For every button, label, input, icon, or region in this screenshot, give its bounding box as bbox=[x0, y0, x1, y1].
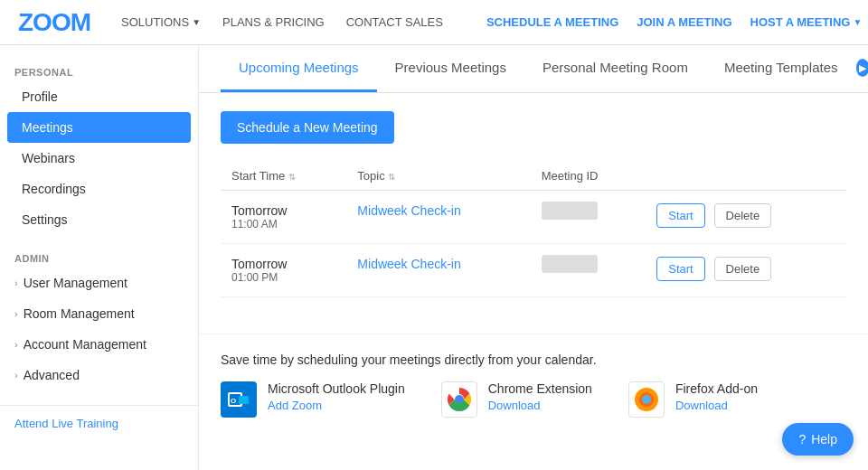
admin-section-label: ADMIN bbox=[0, 246, 198, 268]
content-area: Schedule a New Meeting Start Time ⇅ Topi… bbox=[199, 93, 868, 315]
top-nav: zoom SOLUTIONS ▼ PLANS & PRICING CONTACT… bbox=[0, 0, 868, 45]
col-start-time: Start Time ⇅ bbox=[221, 162, 346, 191]
contact-nav[interactable]: CONTACT SALES bbox=[346, 15, 443, 29]
sidebar-item-settings[interactable]: Settings bbox=[0, 204, 198, 235]
sidebar-item-user-management[interactable]: › User Management bbox=[0, 268, 198, 298]
meeting-tabs: Upcoming Meetings Previous Meetings Pers… bbox=[199, 45, 868, 93]
tab-personal-room[interactable]: Personal Meeting Room bbox=[524, 45, 706, 92]
sidebar: PERSONAL Profile Meetings Webinars Recor… bbox=[0, 45, 199, 470]
expand-icon: › bbox=[14, 339, 18, 350]
expand-icon: › bbox=[14, 370, 18, 381]
cell-meeting-id bbox=[531, 244, 646, 297]
schedule-meeting-link[interactable]: SCHEDULE A MEETING bbox=[486, 15, 618, 29]
training-icon: ▶ bbox=[856, 59, 868, 77]
delete-meeting-btn[interactable]: Delete bbox=[714, 257, 772, 281]
host-meeting-btn[interactable]: HOST A MEETING ▼ bbox=[750, 15, 863, 29]
host-chevron: ▼ bbox=[853, 17, 862, 27]
topic-link[interactable]: Midweek Check-in bbox=[357, 203, 460, 218]
chrome-icon bbox=[441, 381, 477, 418]
meetings-table: Start Time ⇅ Topic ⇅ Meeting ID Tomorro bbox=[221, 162, 846, 297]
meeting-id-value bbox=[542, 255, 598, 273]
time-date: Tomorrow bbox=[231, 203, 335, 218]
start-meeting-btn[interactable]: Start bbox=[656, 257, 704, 281]
firefox-plugin: Firefox Add-on Download bbox=[628, 381, 758, 418]
col-meeting-id: Meeting ID bbox=[531, 162, 646, 191]
schedule-new-meeting-btn[interactable]: Schedule a New Meeting bbox=[221, 111, 394, 144]
outlook-plugin: O Microsoft Outlook Plugin Add Zoom bbox=[221, 381, 405, 418]
expand-icon: › bbox=[14, 308, 18, 319]
zoom-logo[interactable]: zoom bbox=[18, 8, 90, 37]
sidebar-item-room-management[interactable]: › Room Management bbox=[0, 298, 198, 329]
expand-icon: › bbox=[14, 277, 18, 288]
get-training-btn[interactable]: ▶ Get Training bbox=[856, 54, 868, 92]
sidebar-item-account-management[interactable]: › Account Management bbox=[0, 329, 198, 360]
start-meeting-btn[interactable]: Start bbox=[656, 203, 704, 228]
sidebar-item-profile[interactable]: Profile bbox=[0, 81, 198, 112]
cell-actions: Start Delete bbox=[646, 244, 846, 297]
delete-meeting-btn[interactable]: Delete bbox=[714, 203, 772, 228]
calendar-plugins: O Microsoft Outlook Plugin Add Zoom bbox=[221, 381, 846, 418]
cell-meeting-id bbox=[531, 191, 646, 244]
table-row: Tomorrow 01:00 PM Midweek Check-in Start… bbox=[221, 244, 846, 297]
personal-section-label: PERSONAL bbox=[0, 60, 198, 81]
cell-topic: Midweek Check-in bbox=[346, 191, 530, 244]
tab-previous[interactable]: Previous Meetings bbox=[377, 45, 524, 92]
help-btn[interactable]: ? Help bbox=[782, 423, 854, 456]
topic-link[interactable]: Midweek Check-in bbox=[357, 257, 460, 271]
solutions-nav[interactable]: SOLUTIONS ▼ bbox=[121, 15, 201, 29]
chrome-plugin-name: Chrome Extension bbox=[488, 381, 592, 396]
time-hour: 11:00 AM bbox=[231, 218, 335, 230]
time-date: Tomorrow bbox=[231, 257, 335, 271]
sidebar-item-advanced[interactable]: › Advanced bbox=[0, 360, 198, 390]
table-row: Tomorrow 11:00 AM Midweek Check-in Start… bbox=[221, 191, 846, 244]
outlook-plugin-link[interactable]: Add Zoom bbox=[268, 399, 322, 412]
svg-point-6 bbox=[456, 396, 463, 403]
sidebar-item-webinars[interactable]: Webinars bbox=[0, 143, 198, 174]
calendar-title: Save time by scheduling your meetings di… bbox=[221, 352, 846, 367]
nav-right: SCHEDULE A MEETING JOIN A MEETING HOST A… bbox=[486, 8, 868, 37]
svg-point-9 bbox=[642, 395, 651, 404]
cell-actions: Start Delete bbox=[646, 191, 846, 244]
calendar-section: Save time by scheduling your meetings di… bbox=[199, 334, 868, 436]
firefox-plugin-link[interactable]: Download bbox=[675, 399, 728, 412]
svg-text:O: O bbox=[231, 397, 236, 405]
col-topic: Topic ⇅ bbox=[346, 162, 530, 191]
sidebar-item-recordings[interactable]: Recordings bbox=[0, 174, 198, 204]
chrome-plugin-link[interactable]: Download bbox=[488, 399, 541, 412]
tab-upcoming[interactable]: Upcoming Meetings bbox=[221, 45, 377, 92]
sort-icon: ⇅ bbox=[288, 172, 296, 182]
plans-nav[interactable]: PLANS & PRICING bbox=[222, 15, 325, 29]
main-content: Upcoming Meetings Previous Meetings Pers… bbox=[199, 45, 868, 470]
firefox-plugin-name: Firefox Add-on bbox=[675, 381, 758, 396]
chrome-plugin: Chrome Extension Download bbox=[441, 381, 592, 418]
sort-icon: ⇅ bbox=[388, 172, 395, 182]
main-layout: PERSONAL Profile Meetings Webinars Recor… bbox=[0, 45, 868, 470]
time-hour: 01:00 PM bbox=[231, 271, 335, 284]
join-meeting-link[interactable]: JOIN A MEETING bbox=[637, 15, 731, 29]
firefox-icon bbox=[628, 381, 665, 418]
cell-time: Tomorrow 01:00 PM bbox=[221, 244, 346, 297]
tab-templates[interactable]: Meeting Templates bbox=[706, 45, 856, 92]
cell-topic: Midweek Check-in bbox=[346, 244, 530, 297]
sidebar-item-meetings[interactable]: Meetings bbox=[7, 112, 191, 143]
solutions-chevron: ▼ bbox=[192, 17, 201, 27]
meeting-id-value bbox=[542, 202, 598, 220]
cell-time: Tomorrow 11:00 AM bbox=[221, 191, 346, 244]
col-actions bbox=[646, 162, 846, 191]
attend-training-link[interactable]: Attend Live Training bbox=[0, 405, 198, 441]
outlook-plugin-name: Microsoft Outlook Plugin bbox=[268, 381, 405, 396]
svg-rect-3 bbox=[239, 396, 249, 404]
help-icon: ? bbox=[798, 432, 806, 446]
outlook-icon: O bbox=[221, 381, 257, 418]
